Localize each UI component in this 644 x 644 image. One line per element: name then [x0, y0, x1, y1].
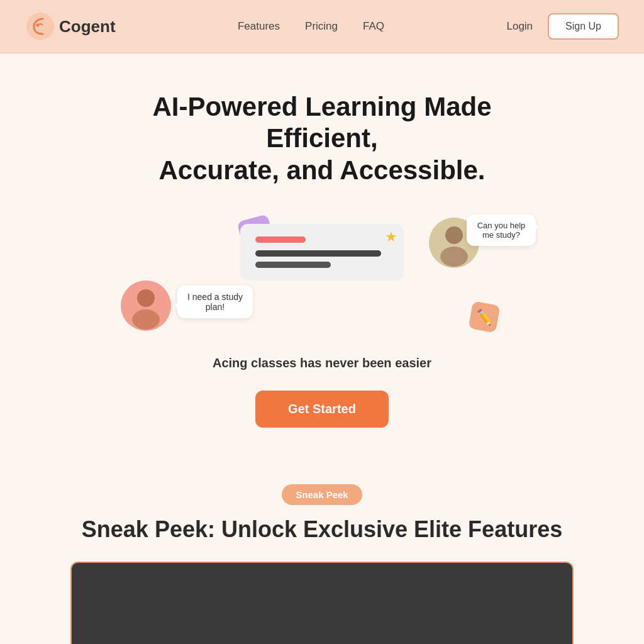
avatar-left-image — [121, 280, 171, 331]
bubble-right: Can you help me study? — [467, 214, 536, 246]
sneak-peek-section: Sneak Peek Sneak Peek: Unlock Exclusive … — [0, 453, 644, 644]
logo-icon — [25, 11, 55, 42]
logo[interactable]: Cogent — [25, 11, 116, 42]
pencil-icon: ✏️ — [469, 301, 501, 333]
nav-features[interactable]: Features — [238, 20, 280, 32]
hero-subtext: Acing classes has never been easier — [25, 356, 619, 370]
hero-heading: AI-Powered Learning Made Efficient, Accu… — [102, 91, 542, 186]
hero-section: AI-Powered Learning Made Efficient, Accu… — [0, 53, 644, 453]
avatar-left — [121, 280, 171, 331]
navbar: Cogent Features Pricing FAQ Login Sign U… — [0, 0, 644, 53]
svg-point-6 — [445, 226, 463, 244]
svg-point-0 — [26, 13, 54, 40]
card-bar-dark2 — [255, 262, 331, 268]
star-icon: ★ — [385, 229, 397, 245]
nav-pricing[interactable]: Pricing — [305, 20, 338, 32]
sneak-peek-badge: Sneak Peek — [282, 484, 362, 505]
svg-point-7 — [440, 247, 468, 267]
sneak-peek-video — [70, 562, 574, 644]
svg-point-4 — [132, 309, 160, 330]
svg-point-3 — [137, 289, 155, 307]
hero-illustration: 🧠 I need a study plan! ★ — [102, 211, 542, 337]
sneak-peek-title: Sneak Peek: Unlock Exclusive Elite Featu… — [25, 516, 619, 543]
get-started-button[interactable]: Get Started — [255, 391, 389, 428]
nav-links: Features Pricing FAQ — [238, 20, 384, 33]
bubble-left: I need a study plan! — [177, 286, 253, 318]
login-button[interactable]: Login — [506, 20, 533, 33]
signup-button[interactable]: Sign Up — [548, 13, 619, 40]
nav-actions: Login Sign Up — [506, 13, 619, 40]
nav-faq[interactable]: FAQ — [363, 20, 384, 32]
card-center: ★ — [240, 224, 404, 280]
card-bar-dark1 — [255, 250, 381, 257]
logo-text: Cogent — [59, 17, 116, 36]
card-bar-red — [255, 236, 306, 243]
